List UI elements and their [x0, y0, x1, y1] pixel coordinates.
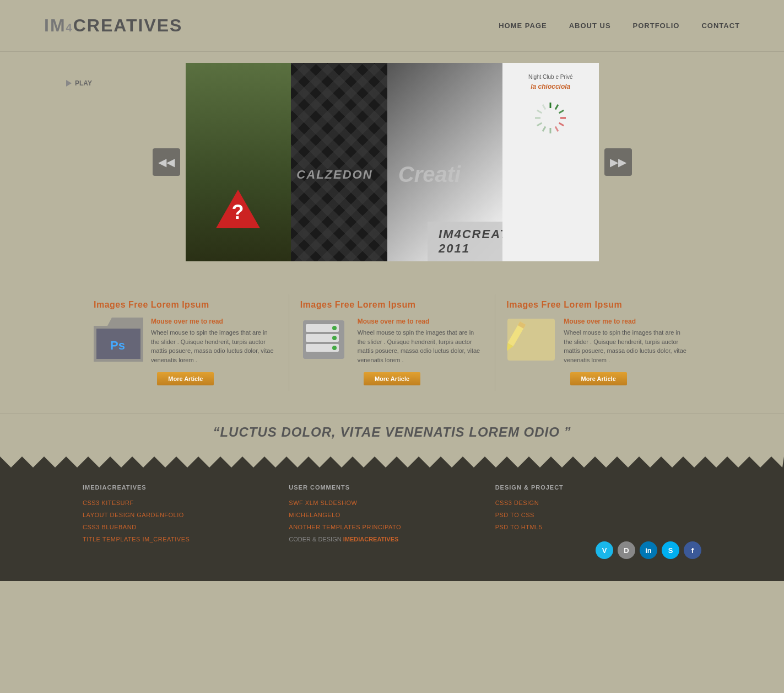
footer-zigzag	[0, 456, 784, 468]
card-2-title: Images Free Lorem Ipsum	[300, 300, 484, 310]
nav-portfolio[interactable]: PORTFOLIO	[633, 22, 680, 30]
slide-panel-4: Night Club e Privé la chiocciola	[502, 63, 598, 261]
card-1-text: Mouse over me to read Wheel mouse to spi…	[151, 318, 278, 364]
card-3-desc: Wheel mouse to spin the images that are …	[564, 328, 690, 364]
slider-next[interactable]: ▶▶	[604, 148, 632, 176]
card-1-title: Images Free Lorem Ipsum	[94, 300, 278, 310]
svg-line-2	[559, 110, 564, 113]
card-3-text: Mouse over me to read Wheel mouse to spi…	[564, 318, 690, 364]
svg-line-4	[559, 123, 564, 126]
cards-section: Images Free Lorem Ipsum Ps Mouse over me…	[0, 278, 784, 413]
quote-text: “LUCTUS DOLOR, VITAE VENENATIS LOREM ODI…	[83, 425, 701, 440]
card-1-desc: Wheel mouse to spin the images that are …	[151, 328, 278, 364]
creati-text: Creati	[398, 162, 461, 187]
card-1-body: Ps Mouse over me to read Wheel mouse to …	[94, 318, 278, 364]
svg-line-8	[537, 123, 542, 126]
card-1-icon: Ps	[94, 318, 143, 362]
card-3-body: Mouse over me to read Wheel mouse to spi…	[506, 318, 690, 364]
server-icon	[300, 318, 350, 362]
pencil-sketch-icon	[506, 318, 556, 362]
footer-link-title-templates[interactable]: TITLE TEMPLATES IM_CREATIVES	[83, 536, 289, 542]
question-icon	[216, 190, 260, 228]
ps-folder-icon: Ps	[94, 318, 143, 362]
card-1: Images Free Lorem Ipsum Ps Mouse over me…	[83, 294, 289, 391]
svg-line-1	[555, 105, 558, 110]
nav-home[interactable]: HOME PAGE	[499, 22, 547, 30]
footer-col-1: IMEDIACREATIVES CSS3 KITESURF LAYOUT DES…	[83, 484, 289, 559]
slider-main: CALZEDON Creati IM4CREATIVES 2011 Night …	[186, 63, 599, 261]
slide-panel-3: Creati IM4CREATIVES 2011	[387, 63, 502, 261]
footer-link-css3-design[interactable]: CSS3 DESIGN	[495, 499, 701, 506]
calzedon-text: CALZEDON	[296, 168, 372, 182]
svg-line-7	[543, 127, 545, 132]
svg-line-11	[543, 105, 545, 110]
nav-contact[interactable]: CONTACT	[701, 22, 740, 30]
card-1-mouseover: Mouse over me to read	[151, 318, 278, 325]
footer-link-css3-blueband[interactable]: CSS3 BLUEBAND	[83, 524, 289, 530]
card-3-mouseover: Mouse over me to read	[564, 318, 690, 325]
footer-coder-brand: IMEDIACREATIVES	[343, 536, 399, 542]
footer-col-2-title: USER COMMENTS	[289, 484, 495, 491]
footer-col-3-title: DESIGN & PROJECT	[495, 484, 701, 491]
footer-link-another-templates[interactable]: ANOTHER TEMPLATES PRINCIPATO	[289, 524, 495, 530]
slide-panel-1	[186, 63, 291, 261]
logo: IM4CREATIVES	[44, 15, 182, 36]
main-nav: HOME PAGE ABOUT US PORTFOLIO CONTACT	[499, 22, 740, 30]
svg-point-21	[332, 346, 337, 350]
slider-section: PLAY ◀◀ CALZEDON Creati IM4CREATIVES 201…	[0, 52, 784, 278]
card-2-mouseover: Mouse over me to read	[358, 318, 484, 325]
prev-arrow-icon: ◀◀	[158, 155, 175, 169]
slider-prev[interactable]: ◀◀	[153, 148, 180, 176]
footer-link-swf-xlm[interactable]: SWF XLM SLDESHOW	[289, 499, 495, 506]
footer-col-2: USER COMMENTS SWF XLM SLDESHOW MICHELANG…	[289, 484, 495, 559]
quote-section: “LUCTUS DOLOR, VITAE VENENATIS LOREM ODI…	[0, 413, 784, 456]
social-icons: V D in S f	[495, 541, 701, 559]
svg-point-19	[332, 336, 337, 340]
nav-about[interactable]: ABOUT US	[569, 22, 611, 30]
footer-cols: IMEDIACREATIVES CSS3 KITESURF LAYOUT DES…	[83, 484, 701, 559]
footer-link-michelangelo[interactable]: MICHELANGELO	[289, 512, 495, 518]
caption-title: IM4CREATIVES 2011	[439, 227, 491, 256]
header: IM4CREATIVES HOME PAGE ABOUT US PORTFOLI…	[0, 0, 784, 52]
slide-panel-2: CALZEDON	[291, 63, 387, 261]
spinner-icon	[528, 96, 572, 140]
play-label: PLAY	[75, 79, 92, 87]
card-2-body: Mouse over me to read Wheel mouse to spi…	[300, 318, 484, 364]
svg-point-17	[332, 326, 337, 330]
cards-row: Images Free Lorem Ipsum Ps Mouse over me…	[83, 294, 701, 391]
svg-line-10	[537, 110, 542, 113]
card-3-icon	[506, 318, 556, 362]
social-digg-icon[interactable]: D	[618, 541, 635, 559]
card-3-more-btn[interactable]: More Article	[570, 372, 627, 385]
footer-link-psd-to-css[interactable]: PSD TO CSS	[495, 512, 701, 518]
card-2-more-btn[interactable]: More Article	[364, 372, 420, 385]
footer-col-3: DESIGN & PROJECT CSS3 DESIGN PSD TO CSS …	[495, 484, 701, 559]
svg-line-5	[555, 127, 558, 132]
footer-link-psd-to-html5[interactable]: PSD TO HTML5	[495, 524, 701, 530]
tree-image	[186, 63, 291, 261]
card-3: Images Free Lorem Ipsum Mouse over me t	[495, 294, 701, 391]
card-1-more-btn[interactable]: More Article	[157, 372, 214, 385]
footer: IMEDIACREATIVES CSS3 KITESURF LAYOUT DES…	[0, 456, 784, 581]
card-3-title: Images Free Lorem Ipsum	[506, 300, 690, 310]
svg-text:Ps: Ps	[110, 339, 125, 352]
diamond-bg	[291, 63, 387, 261]
footer-link-css3-kitesurf[interactable]: CSS3 KITESURF	[83, 499, 289, 506]
footer-col-1-title: IMEDIACREATIVES	[83, 484, 289, 491]
card-2-desc: Wheel mouse to spin the images that are …	[358, 328, 484, 364]
next-arrow-icon: ▶▶	[610, 155, 626, 169]
card-2-text: Mouse over me to read Wheel mouse to spi…	[358, 318, 484, 364]
play-button[interactable]: PLAY	[66, 79, 92, 87]
social-facebook-icon[interactable]: f	[684, 541, 701, 559]
card-2-icon	[300, 318, 350, 362]
play-icon	[66, 80, 72, 87]
card-2: Images Free Lorem Ipsum Mouse ov	[289, 294, 496, 391]
social-skype-icon[interactable]: S	[662, 541, 679, 559]
footer-link-layout-gardenfolio[interactable]: LAYOUT DESIGN GARDENFOLIO	[83, 512, 289, 518]
social-linkedin-icon[interactable]: in	[640, 541, 657, 559]
footer-coder: CODER & DESIGN IMEDIACREATIVES	[289, 536, 495, 542]
social-vimeo-icon[interactable]: V	[596, 541, 613, 559]
slider-caption: IM4CREATIVES 2011	[428, 222, 502, 261]
